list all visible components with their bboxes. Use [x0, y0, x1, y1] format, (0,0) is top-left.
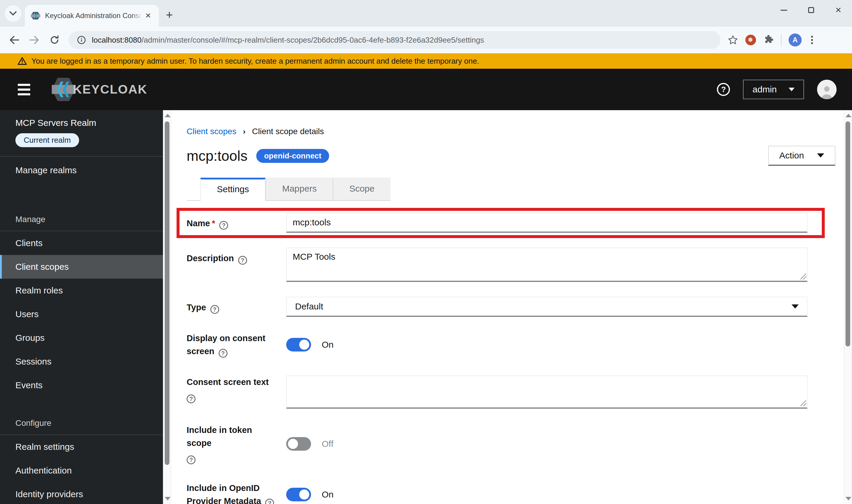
person-icon	[819, 84, 835, 99]
breadcrumb-current: Client scope details	[252, 127, 324, 136]
help-icon[interactable]: ?	[265, 499, 274, 504]
sidebar-item-events[interactable]: Events	[0, 373, 163, 397]
name-field-row: Name*?	[187, 213, 807, 233]
reload-icon	[50, 35, 59, 45]
site-info-icon[interactable]	[77, 36, 86, 44]
tab-settings[interactable]: Settings	[200, 178, 265, 201]
scroll-up-icon[interactable]	[846, 114, 851, 117]
browser-tab-strip: Keycloak Administration Consol ✕ + ✕	[0, 0, 852, 26]
url-host: localhost:8080	[92, 36, 142, 44]
consent-screen-text-row: Consent screen text ?	[187, 376, 807, 409]
forward-arrow-icon	[29, 36, 39, 44]
consent-screen-text-label: Consent screen text ?	[187, 376, 277, 409]
scroll-down-icon[interactable]	[165, 497, 171, 501]
browser-menu-icon[interactable]	[809, 36, 815, 44]
back-arrow-icon	[9, 36, 19, 44]
include-openid-metadata-state: On	[322, 489, 334, 500]
sidebar-scrollbar[interactable]	[163, 110, 171, 504]
toggle-knob	[288, 439, 298, 449]
caret-down-icon	[792, 304, 799, 309]
type-select-value: Default	[295, 302, 323, 311]
bookmark-star-icon[interactable]	[728, 35, 738, 45]
include-token-scope-row: Include in token scope ? Off	[187, 424, 807, 464]
caret-down-icon	[788, 88, 795, 91]
avatar[interactable]	[817, 80, 837, 99]
sidebar-item-authentication[interactable]: Authentication	[0, 459, 163, 482]
include-token-scope-toggle[interactable]	[286, 437, 311, 451]
action-dropdown[interactable]: Action	[768, 146, 835, 166]
extension-icon[interactable]	[745, 35, 756, 45]
minimize-icon	[781, 10, 787, 11]
sidebar-item-realm-settings[interactable]: Realm settings	[0, 435, 163, 459]
breadcrumb-link-client-scopes[interactable]: Client scopes	[187, 127, 236, 136]
browser-tab[interactable]: Keycloak Administration Consol ✕	[25, 5, 159, 26]
tab-search-button[interactable]	[5, 5, 21, 22]
display-on-consent-toggle[interactable]	[286, 338, 311, 352]
help-icon[interactable]: ?	[187, 394, 196, 403]
help-icon[interactable]: ?	[717, 83, 730, 96]
page-title: mcp:tools	[187, 148, 247, 164]
scroll-down-icon[interactable]	[846, 497, 851, 501]
sidebar-item-client-scopes[interactable]: Client scopes	[0, 255, 163, 278]
caret-down-icon	[817, 154, 824, 158]
warning-banner: You are logged in as a temporary admin u…	[0, 53, 852, 69]
maximize-button[interactable]	[798, 0, 825, 20]
scroll-up-icon[interactable]	[165, 114, 171, 117]
brand-text: KEYCLOAK	[73, 82, 147, 96]
sidebar-item-realm-roles[interactable]: Realm roles	[0, 278, 163, 302]
minimize-button[interactable]	[770, 0, 798, 20]
tab-close-icon[interactable]: ✕	[142, 11, 154, 21]
banner-text: You are logged in as a temporary admin u…	[31, 57, 479, 66]
back-button[interactable]	[6, 32, 22, 48]
sidebar-item-manage-realms[interactable]: Manage realms	[0, 157, 163, 184]
sidebar-item-identity-providers[interactable]: Identity providers	[0, 482, 163, 504]
reload-button[interactable]	[46, 32, 63, 48]
sidebar-item-sessions[interactable]: Sessions	[0, 350, 163, 373]
sidebar-scrollbar-thumb[interactable]	[165, 121, 170, 465]
description-textarea[interactable]: MCP Tools	[286, 248, 807, 282]
main-content: Client scopes › Client scope details mcp…	[171, 110, 844, 504]
url-bar[interactable]: localhost:8080/admin/master/console/#/mc…	[69, 31, 721, 49]
display-on-consent-row: Display on consent screen? On	[187, 332, 807, 358]
close-button[interactable]: ✕	[825, 0, 852, 20]
include-openid-metadata-row: Include in OpenID Provider Metadata? On	[187, 482, 807, 504]
sidebar-item-clients[interactable]: Clients	[0, 231, 163, 255]
type-field-row: Type? Default	[187, 297, 807, 317]
help-icon[interactable]: ?	[219, 221, 228, 230]
help-icon[interactable]: ?	[187, 455, 196, 464]
nav-toggle-icon[interactable]	[14, 80, 34, 99]
help-icon[interactable]: ?	[238, 256, 247, 265]
content-scrollbar[interactable]	[844, 110, 852, 504]
forward-button[interactable]	[26, 32, 43, 48]
consent-screen-textarea[interactable]	[286, 376, 807, 409]
content-scrollbar-thumb[interactable]	[846, 121, 850, 346]
help-icon[interactable]: ?	[219, 349, 228, 358]
tabs: Settings Mappers Scope	[187, 178, 390, 201]
include-token-scope-state: Off	[322, 439, 333, 449]
current-realm-badge: Current realm	[15, 133, 79, 147]
type-select[interactable]: Default	[286, 297, 807, 317]
sidebar-item-users[interactable]: Users	[0, 302, 163, 326]
browser-profile-avatar[interactable]: A	[788, 34, 802, 47]
user-menu-label: admin	[752, 84, 777, 94]
application-window: Keycloak Administration Consol ✕ + ✕ loc…	[0, 0, 852, 504]
name-input[interactable]	[286, 213, 807, 233]
help-icon[interactable]: ?	[210, 305, 219, 314]
tab-title: Keycloak Administration Consol	[45, 12, 142, 20]
toolbar-right: A	[728, 34, 815, 47]
extensions-puzzle-icon[interactable]	[763, 35, 774, 45]
breadcrumb-chevron-icon: ›	[243, 127, 246, 136]
keycloak-logo: KEYCLOAK	[50, 75, 147, 104]
sidebar-item-groups[interactable]: Groups	[0, 326, 163, 350]
masthead: KEYCLOAK ? admin	[0, 69, 852, 110]
tab-mappers[interactable]: Mappers	[265, 178, 333, 200]
keycloak-favicon	[31, 11, 40, 20]
user-menu-dropdown[interactable]: admin	[743, 80, 804, 99]
include-openid-metadata-toggle[interactable]	[286, 488, 311, 501]
url-path: /admin/master/console/#/mcp-realm/client…	[142, 36, 484, 44]
tab-scope[interactable]: Scope	[333, 178, 390, 200]
window-controls: ✕	[770, 0, 852, 20]
keycloak-logo-icon	[50, 75, 76, 104]
new-tab-button[interactable]: +	[166, 9, 173, 21]
chevron-down-icon	[10, 11, 17, 16]
